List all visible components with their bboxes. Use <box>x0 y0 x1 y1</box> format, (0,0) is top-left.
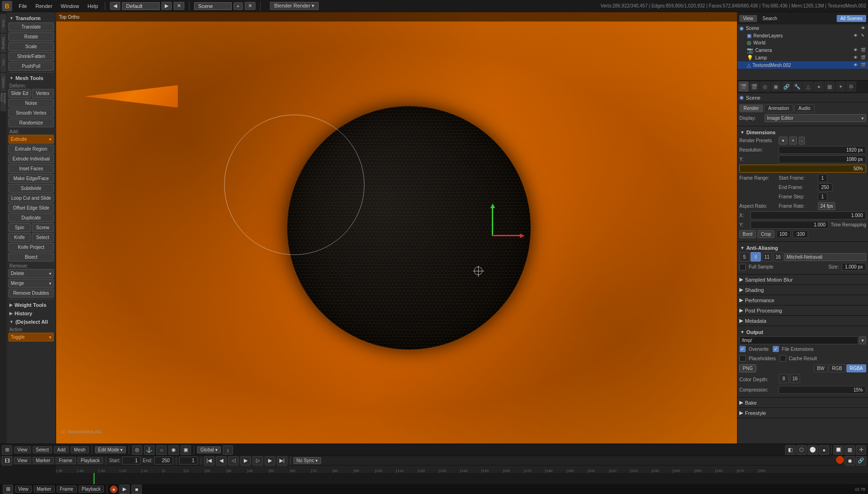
render-tab-animation[interactable]: Animation <box>764 104 793 112</box>
status-playback-btn[interactable]: Playback <box>79 486 104 493</box>
limit-selection-btn[interactable]: ▣ <box>181 445 191 455</box>
render-tab-audio[interactable]: Audio <box>794 104 815 112</box>
menu-window[interactable]: Window <box>57 2 83 10</box>
tl-marker-btn[interactable]: Marker <box>33 457 54 464</box>
tl-keyframe-btn[interactable] <box>836 456 844 464</box>
tl-end-btn[interactable]: ▶| <box>277 456 287 465</box>
prop-tab-scene[interactable]: 🎬 <box>749 81 759 92</box>
noise-btn[interactable]: Noise <box>8 99 54 108</box>
tl-next-frame-btn[interactable]: ▷ <box>253 456 263 465</box>
cd-16-btn[interactable]: 16 <box>790 374 800 383</box>
loop-cut-btn[interactable]: Loop Cut and Slide <box>8 194 54 203</box>
pushpull-btn[interactable]: PushPull <box>8 62 54 71</box>
search-btn[interactable]: Search <box>759 15 781 22</box>
rotate-btn[interactable]: Rotate <box>8 32 54 41</box>
full-sample-checkbox[interactable] <box>739 264 746 270</box>
all-scenes-btn[interactable]: All Scenes <box>837 15 866 22</box>
viewport-shade-btn[interactable]: 🔲 <box>833 445 844 455</box>
renderlayers-vis-icon[interactable]: 👁 <box>852 32 859 39</box>
performance-section[interactable]: ▶ Performance <box>737 295 868 305</box>
shading-tab[interactable]: Shading <box>0 34 6 52</box>
grease-tab[interactable]: Grease Pencil <box>0 93 6 111</box>
prop-tab-world[interactable]: ◎ <box>760 81 770 92</box>
delete-btn[interactable]: Delete <box>8 269 54 278</box>
prop-tab-constraint[interactable]: 🔗 <box>781 81 792 92</box>
overwrite-checkbox[interactable] <box>739 346 746 352</box>
prop-tab-material[interactable]: ● <box>814 81 824 92</box>
mesh-menu-btn[interactable]: Mesh <box>71 446 88 453</box>
global-select[interactable]: Global ▾ <box>197 446 221 453</box>
outliner-row-lamp[interactable]: 💡 Lamp 👁 🎬 <box>737 54 868 61</box>
res-x-input[interactable]: 1920 px <box>779 146 866 154</box>
transform-orient-btn[interactable]: ↕ <box>223 445 233 455</box>
merge-btn[interactable]: Merge <box>8 279 54 288</box>
screw-btn[interactable]: Screw <box>32 223 54 232</box>
start-frame-input[interactable]: 1 <box>818 174 827 182</box>
display-dropdown[interactable]: Image Editor ▾ <box>765 114 866 122</box>
tl-start-btn[interactable]: |◀ <box>204 456 214 465</box>
aspect-x-input[interactable]: 1.000 <box>751 211 866 219</box>
tl-next-btn[interactable]: ▶ <box>265 456 275 465</box>
status-rec-btn[interactable]: ● <box>110 486 117 493</box>
status-view-btn[interactable]: View <box>15 486 32 493</box>
prop-tab-physics[interactable]: ⚙ <box>846 81 856 92</box>
duplicate-btn[interactable]: Duplicate <box>8 213 54 222</box>
render-tab-render[interactable]: Render <box>739 104 763 112</box>
bake-section[interactable]: ▶ Bake <box>737 398 868 408</box>
outliner-row-scene[interactable]: ◉ Scene 👁 <box>737 24 868 32</box>
viewport-icon[interactable]: ⊞ <box>2 445 12 455</box>
vertex-btn[interactable]: Vertex <box>32 89 54 98</box>
uvs-tab[interactable]: UVs <box>0 53 6 72</box>
tools-tab[interactable]: Tools <box>0 14 6 33</box>
shrinkfatten-btn[interactable]: Shrink/Fatten <box>8 52 54 61</box>
bw-btn[interactable]: BW <box>814 364 828 372</box>
pivot-btn[interactable]: ◎ <box>132 445 142 455</box>
scene-plus[interactable]: + <box>233 2 243 10</box>
dimensions-header[interactable]: ▼ Dimensions <box>739 128 866 137</box>
slide-edge-btn[interactable]: Slide Ed <box>8 89 31 98</box>
workspace-next[interactable]: ▶ <box>161 2 172 10</box>
timeline-icon[interactable]: 🎞 <box>2 456 12 465</box>
inset-faces-btn[interactable]: Inset Faces <box>8 164 54 173</box>
menu-file[interactable]: File <box>15 2 31 10</box>
tl-playback-btn[interactable]: Playback <box>78 457 103 464</box>
prop-tab-data[interactable]: △ <box>803 81 813 92</box>
mesh-vis-icon[interactable]: 👁 <box>852 62 859 68</box>
aa-filter-select[interactable]: Mitchell-Netravali <box>784 253 866 261</box>
presets-plus-btn[interactable]: + <box>789 137 797 145</box>
rgb-btn[interactable]: RGB <box>829 364 846 372</box>
status-play-btn[interactable]: ▶ <box>119 485 130 494</box>
add-menu-btn[interactable]: Add <box>54 446 69 453</box>
shading-wire-btn[interactable]: ⬡ <box>796 445 807 455</box>
frame-rate-select[interactable]: 24 fps <box>818 202 835 210</box>
viewport-3d[interactable]: Top Ortho (1) TexturedMesh.002 <box>56 12 737 443</box>
aa-header[interactable]: ▼ Anti-Aliasing <box>739 244 866 252</box>
extrude-btn[interactable]: Extrude <box>8 135 54 144</box>
prop-tab-render[interactable]: 🎬 <box>738 81 749 92</box>
shading-section[interactable]: ▶ Shading <box>737 285 868 295</box>
outliner-row-camera[interactable]: 📷 Camera 👁 🎬 <box>737 46 868 54</box>
aa-btn-8[interactable]: 8 <box>751 252 761 262</box>
smooth-vertex-btn[interactable]: Smooth Vertex <box>8 109 54 117</box>
select-btn[interactable]: Select <box>32 233 54 242</box>
engine-select[interactable]: Blender Render ▾ <box>270 2 319 10</box>
deselect-all-header[interactable]: ▼ (De)select All <box>8 318 54 326</box>
old-value-input[interactable]: 100 <box>776 230 791 238</box>
bord-btn[interactable]: Bord <box>739 230 756 238</box>
scale-btn[interactable]: Scale <box>8 42 54 51</box>
bisect-btn[interactable]: Bisect <box>8 253 54 262</box>
prop-tab-object[interactable]: ▣ <box>771 81 781 92</box>
select-menu-btn[interactable]: Select <box>33 446 52 453</box>
tl-start-input[interactable]: 1 <box>122 457 141 465</box>
offset-edge-btn[interactable]: Offset Edge Slide <box>8 203 54 212</box>
camera-vis-icon[interactable]: 👁 <box>852 47 859 53</box>
output-path-browse-btn[interactable]: ▾ <box>859 336 866 344</box>
freestyle-section[interactable]: ▶ Freestyle <box>737 408 868 418</box>
subdivide-btn[interactable]: Subdivide <box>8 184 54 193</box>
shading-render-btn[interactable]: ● <box>819 445 829 455</box>
outliner-row-mesh[interactable]: △ TexturedMesh.002 👁 🎬 <box>737 61 868 69</box>
mesh-render-icon[interactable]: 🎬 <box>860 62 866 68</box>
workspace-x[interactable]: ✕ <box>174 2 184 10</box>
timeline-track[interactable] <box>56 473 868 484</box>
view-tab[interactable]: View <box>739 15 757 22</box>
